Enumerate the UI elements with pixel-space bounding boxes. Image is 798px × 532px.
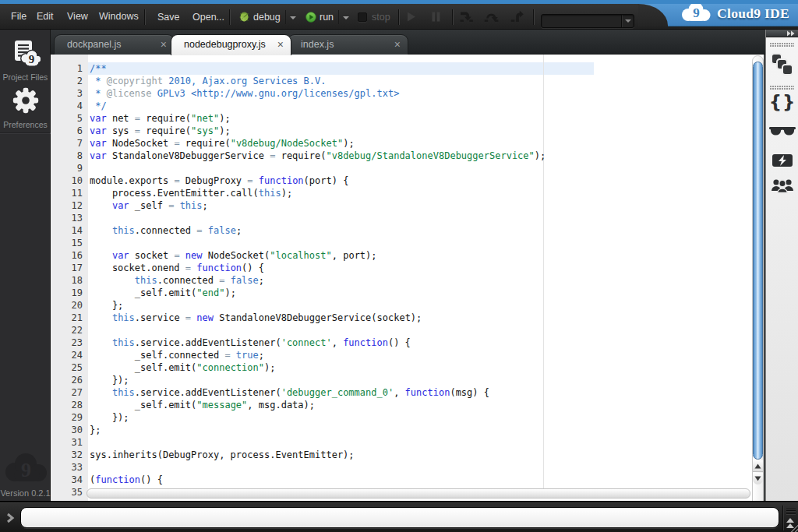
menu-item-edit[interactable]: Edit bbox=[37, 4, 54, 30]
code-line: * @license GPLv3 <http://www.gnu.org/lic… bbox=[90, 87, 727, 100]
right-panel: {} bbox=[765, 30, 798, 501]
cloud9-ide-window: FileEditViewWindows Save Open... bbox=[0, 0, 798, 532]
line-number: 6 bbox=[51, 125, 83, 137]
save-button[interactable]: Save bbox=[157, 4, 180, 30]
code-line: }); bbox=[90, 374, 727, 386]
right-panel-header[interactable] bbox=[766, 30, 798, 37]
tab-label: nodedebugproxy.js bbox=[184, 39, 266, 50]
code-line: }; bbox=[90, 299, 727, 312]
vertical-scrollbar-thumb[interactable] bbox=[753, 62, 763, 460]
code-line bbox=[90, 324, 727, 336]
code-line: socket.onend = function() { bbox=[90, 262, 727, 274]
expand-console-icon[interactable] bbox=[786, 518, 794, 523]
code-line: _self.emit("end"); bbox=[90, 287, 727, 299]
stop-icon bbox=[358, 12, 367, 22]
code-line: this.service.addEventListener('connect',… bbox=[90, 336, 727, 349]
combobox-caret[interactable] bbox=[621, 15, 634, 27]
code-editor[interactable]: 1234567891011121314151617181920212223242… bbox=[51, 55, 765, 501]
sidebar-item-preferences[interactable]: Preferences bbox=[0, 86, 51, 129]
debug-bug-icon bbox=[238, 10, 252, 23]
code-line: }); bbox=[90, 411, 727, 424]
scroll-up-button[interactable] bbox=[753, 460, 763, 472]
tab-dockpanel.js[interactable]: dockpanel.js× bbox=[54, 34, 175, 55]
line-number: 30 bbox=[51, 424, 83, 436]
code-line: process.EventEmitter.call(this); bbox=[90, 187, 727, 199]
cloud9-logo-icon: 9 bbox=[680, 2, 711, 25]
line-number: 7 bbox=[51, 137, 83, 150]
debug-button[interactable]: debug bbox=[253, 4, 281, 30]
command-bar bbox=[0, 501, 798, 532]
line-number: 18 bbox=[51, 274, 83, 287]
code-line: _self.emit("message", msg.data); bbox=[90, 399, 727, 411]
line-number: 11 bbox=[51, 187, 83, 199]
line-number: 3 bbox=[51, 87, 83, 100]
group-icon[interactable] bbox=[766, 178, 798, 198]
run-dropdown-caret[interactable] bbox=[338, 10, 349, 24]
panel-grip[interactable] bbox=[770, 43, 794, 48]
menubar-divider bbox=[144, 9, 146, 25]
code-line: var NodeSocket = require("v8debug/NodeSo… bbox=[90, 137, 727, 150]
code-line: * @copyright 2010, Ajax.org Services B.V… bbox=[90, 75, 727, 87]
command-input[interactable] bbox=[20, 507, 779, 528]
line-number: 25 bbox=[51, 361, 83, 374]
svg-text:9: 9 bbox=[28, 53, 34, 65]
curly-braces-icon[interactable]: {} bbox=[766, 92, 798, 112]
sidebar-item-label: Project Files bbox=[0, 72, 51, 82]
sidebar-item-project-files[interactable]: 9 Project Files bbox=[0, 40, 51, 82]
flash-card-icon[interactable] bbox=[766, 153, 798, 171]
run-button[interactable]: run bbox=[320, 4, 334, 30]
code-line bbox=[90, 436, 727, 449]
panel-grip[interactable] bbox=[770, 86, 794, 90]
code-line: var net = require("net"); bbox=[90, 112, 727, 125]
expand-console-icon[interactable] bbox=[786, 523, 794, 528]
left-sidebar: 9 Project Files bbox=[0, 30, 51, 501]
stop-button[interactable]: stop bbox=[358, 4, 390, 30]
code-line: /** bbox=[90, 62, 727, 75]
sidebar-divider bbox=[0, 132, 51, 134]
code-lines[interactable]: /** * @copyright 2010, Ajax.org Services… bbox=[88, 55, 727, 493]
tab-nodedebugproxy.js[interactable]: nodedebugproxy.js× bbox=[171, 34, 291, 55]
scroll-down-button[interactable] bbox=[753, 473, 763, 484]
step-into-icon[interactable] bbox=[459, 10, 472, 23]
menu-item-file[interactable]: File bbox=[11, 4, 26, 30]
tab-close-icon[interactable]: × bbox=[277, 38, 284, 51]
resume-icon[interactable] bbox=[405, 11, 418, 24]
code-line bbox=[90, 461, 727, 474]
debug-dropdown-caret[interactable] bbox=[285, 10, 296, 24]
line-number: 33 bbox=[51, 461, 83, 474]
brand-badge: 9 Cloud9 IDE bbox=[639, 0, 798, 26]
tab-index.js[interactable]: index.js× bbox=[288, 34, 408, 55]
tab-close-icon[interactable]: × bbox=[161, 38, 167, 51]
line-number: 22 bbox=[51, 324, 83, 336]
pause-icon[interactable] bbox=[430, 11, 443, 24]
combobox-input[interactable] bbox=[543, 16, 621, 26]
line-number: 13 bbox=[51, 212, 83, 224]
menu-item-view[interactable]: View bbox=[67, 4, 88, 30]
tab-label: dockpanel.js bbox=[67, 39, 122, 50]
line-number: 8 bbox=[51, 150, 83, 162]
menubar-divider bbox=[533, 9, 535, 25]
sidebar-item-label: Preferences bbox=[0, 120, 51, 129]
gutter[interactable]: 1234567891011121314151617181920212223242… bbox=[51, 55, 88, 501]
vertical-scrollbar[interactable] bbox=[752, 55, 764, 532]
prompt-chevron-icon bbox=[5, 513, 15, 527]
line-number: 32 bbox=[51, 449, 83, 461]
step-over-icon[interactable] bbox=[484, 10, 497, 23]
tab-label: index.js bbox=[301, 39, 334, 50]
step-out-icon[interactable] bbox=[510, 10, 524, 23]
sunglasses-icon[interactable] bbox=[766, 126, 798, 142]
cloud9-watermark-icon: 9 bbox=[3, 473, 48, 486]
dock-panels-icon[interactable] bbox=[766, 52, 798, 80]
drag-handle-icon[interactable] bbox=[786, 509, 796, 515]
tab-close-icon[interactable]: × bbox=[394, 38, 401, 51]
line-number: 5 bbox=[51, 112, 83, 125]
code-line: var socket = new NodeSocket("localhost",… bbox=[90, 249, 727, 262]
code-line: var sys = require("sys"); bbox=[90, 125, 727, 137]
line-number: 15 bbox=[51, 237, 83, 249]
svg-text:9: 9 bbox=[693, 5, 700, 20]
menu-item-windows[interactable]: Windows bbox=[99, 4, 139, 30]
expand-panel-icon bbox=[786, 30, 796, 37]
open-button[interactable]: Open... bbox=[192, 4, 224, 30]
horizontal-scrollbar[interactable] bbox=[87, 488, 750, 499]
debugger-combobox[interactable] bbox=[541, 14, 634, 28]
